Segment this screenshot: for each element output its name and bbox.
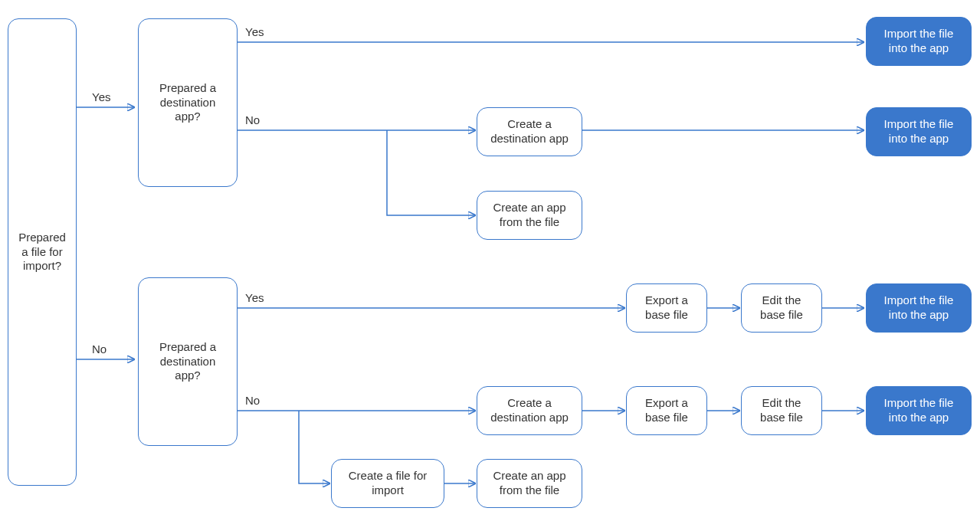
edge-label-no-1: No bbox=[92, 342, 107, 356]
node-import-2-text: Import the file into the app bbox=[874, 117, 963, 146]
node-import-4-text: Import the file into the app bbox=[874, 396, 963, 425]
node-edit-base-1: Edit the base file bbox=[741, 283, 822, 333]
node-create-from-file-bot: Create an app from the file bbox=[477, 459, 582, 508]
node-create-dest-bot: Create a destination app bbox=[477, 386, 582, 435]
node-import-1-text: Import the file into the app bbox=[874, 27, 963, 56]
node-export-base-2-text: Export a base file bbox=[634, 396, 699, 425]
question-dest-app-bottom: Prepared a destination app? bbox=[138, 277, 238, 446]
node-import-3-text: Import the file into the app bbox=[874, 293, 963, 323]
node-edit-base-2-text: Edit the base file bbox=[749, 396, 814, 425]
node-import-2: Import the file into the app bbox=[866, 107, 972, 156]
node-create-dest-bot-text: Create a destination app bbox=[485, 396, 574, 425]
edge-label-yes-1: Yes bbox=[92, 90, 110, 103]
node-export-base-2: Export a base file bbox=[626, 386, 707, 435]
question-dest-app-top: Prepared a destination app? bbox=[138, 18, 238, 187]
node-create-file: Create a file for import bbox=[331, 459, 444, 508]
node-create-file-text: Create a file for import bbox=[339, 469, 436, 498]
node-export-base-1: Export a base file bbox=[626, 283, 707, 333]
node-export-base-1-text: Export a base file bbox=[634, 293, 699, 323]
question-prepared-file-text: Prepared a file for import? bbox=[16, 231, 68, 274]
edge-label-yes-2: Yes bbox=[245, 25, 264, 38]
edge-label-no-3: No bbox=[245, 394, 260, 407]
node-create-from-file-top: Create an app from the file bbox=[477, 191, 582, 240]
node-create-from-file-bot-text: Create an app from the file bbox=[485, 469, 574, 498]
flowchart: Prepared a file for import? Prepared a d… bbox=[0, 0, 980, 521]
node-edit-base-1-text: Edit the base file bbox=[749, 293, 814, 323]
edge-label-yes-3: Yes bbox=[245, 291, 264, 304]
node-create-dest-top: Create a destination app bbox=[477, 107, 582, 156]
node-import-1: Import the file into the app bbox=[866, 17, 972, 66]
node-import-4: Import the file into the app bbox=[866, 386, 972, 435]
node-create-from-file-top-text: Create an app from the file bbox=[485, 201, 574, 230]
node-edit-base-2: Edit the base file bbox=[741, 386, 822, 435]
question-dest-app-bottom-text: Prepared a destination app? bbox=[146, 340, 229, 383]
node-import-3: Import the file into the app bbox=[866, 283, 972, 333]
question-prepared-file: Prepared a file for import? bbox=[8, 18, 77, 486]
question-dest-app-top-text: Prepared a destination app? bbox=[146, 81, 229, 124]
node-create-dest-top-text: Create a destination app bbox=[485, 117, 574, 146]
edge-label-no-2: No bbox=[245, 113, 260, 126]
